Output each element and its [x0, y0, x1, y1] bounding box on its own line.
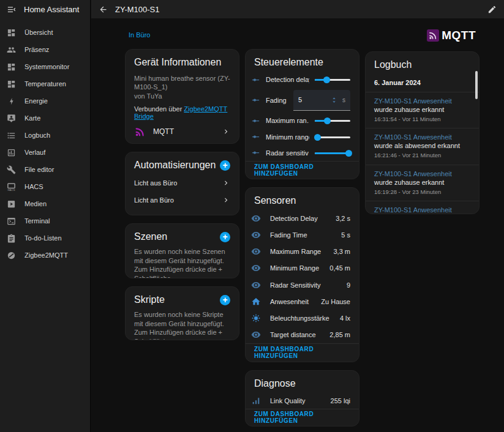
automation-row[interactable]: Licht aus Büro	[126, 174, 239, 192]
control-label: Detection delay	[266, 76, 309, 83]
integration-row-mqtt[interactable]: MQTT	[126, 120, 239, 144]
sensor-row-target-distance[interactable]: Target distance 2,85 m	[246, 327, 359, 343]
slider-thumb[interactable]	[345, 150, 352, 157]
sensor-row-maximum-range[interactable]: Maximum Range 3,3 m	[246, 243, 359, 259]
sidebar-item-label: Karte	[24, 114, 40, 122]
add-automation-button[interactable]: +	[220, 160, 230, 171]
clipboard-icon	[7, 234, 16, 243]
minimum-range-slider[interactable]	[315, 133, 350, 141]
diagnostics-footer: ZUM DASHBOARD HINZUFÜGEN	[246, 409, 359, 426]
sidebar-item-energie[interactable]: Energie	[0, 92, 90, 110]
sidebar-item-label: Terminal	[24, 217, 50, 225]
stepper-icon[interactable]	[329, 95, 339, 105]
detection-delay-slider[interactable]	[315, 76, 350, 83]
slider-thumb[interactable]	[323, 76, 330, 83]
control-row-fading-time: Fading t… 5 s	[246, 88, 359, 113]
sidebar-nav: Übersicht Präsenz Systemmonitor Temperat…	[0, 18, 90, 264]
pencil-icon[interactable]	[487, 5, 497, 14]
add-script-button[interactable]: +	[220, 295, 230, 305]
logbook-timestamp: 16:31:54 - Vor 11 Minuten	[374, 116, 470, 123]
slider-icon	[251, 116, 260, 125]
sidebar-item-uebersicht[interactable]: Übersicht	[0, 24, 90, 41]
logbook-entry: ZY-M100-S1 Anwesenheit wurde als abwesen…	[366, 201, 479, 214]
sensor-value: 3,3 m	[333, 248, 350, 255]
radar-sensitivity-slider[interactable]	[315, 149, 350, 157]
sidebar-item-label: To-do-Listen	[24, 234, 62, 242]
mqtt-logo-icon	[427, 29, 439, 42]
column-middle: Steuerelemente Detection delay Fading t……	[245, 49, 359, 426]
fading-time-input[interactable]: 5 s	[293, 90, 350, 111]
area-link[interactable]: In Büro	[129, 31, 150, 39]
logbook-card: Logbuch 6. Januar 2024 ZY-M100-S1 Anwese…	[365, 51, 480, 214]
sidebar-item-temperaturen[interactable]: Temperaturen	[0, 75, 90, 92]
app-title: Home Assistant	[24, 5, 79, 14]
sidebar-item-systemmonitor[interactable]: Systemmonitor	[0, 58, 90, 75]
eye-icon	[251, 230, 261, 240]
add-to-dashboard-button[interactable]: ZUM DASHBOARD HINZUFÜGEN	[254, 411, 350, 424]
add-to-dashboard-button[interactable]: ZUM DASHBOARD HINZUFÜGEN	[254, 163, 350, 177]
sidebar-item-file-editor[interactable]: File editor	[0, 161, 90, 178]
page-title: ZY-M100-S1	[115, 5, 160, 14]
eye-icon	[251, 247, 261, 256]
sensor-row-anwesenheit[interactable]: Anwesenheit Zu Hause	[246, 293, 359, 310]
logbook-date: 6. Januar 2024	[366, 74, 479, 92]
sidebar-item-verlauf[interactable]: Verlauf	[0, 144, 90, 161]
sidebar-item-karte[interactable]: Karte	[0, 110, 90, 127]
slider-icon	[251, 132, 260, 141]
sensor-row-beleuchtungsstaerke[interactable]: Beleuchtungsstärke 4 lx	[246, 310, 359, 326]
top-app-bar: ZY-M100-S1	[91, 0, 504, 18]
menu-open-icon[interactable]	[7, 5, 16, 14]
add-scene-button[interactable]: +	[220, 232, 230, 242]
sensor-label: Maximum Range	[270, 248, 324, 255]
zigbee-icon	[7, 251, 16, 260]
sensor-label: Beleuchtungsstärke	[270, 315, 331, 322]
sensor-value: 0,45 m	[329, 264, 350, 272]
sidebar-item-praesenz[interactable]: Präsenz	[0, 41, 90, 58]
hacs-icon	[7, 182, 16, 192]
slider-thumb[interactable]	[314, 134, 321, 141]
add-to-dashboard-button[interactable]: ZUM DASHBOARD HINZUFÜGEN	[254, 346, 350, 359]
arrow-left-icon[interactable]	[99, 5, 108, 14]
sensor-value: Zu Hause	[321, 298, 350, 305]
sidebar-item-hacs[interactable]: HACS	[0, 178, 90, 195]
sidebar-item-label: Temperaturen	[24, 80, 66, 88]
logbook-entity-link[interactable]: ZY-M100-S1 Anwesenheit	[374, 206, 452, 214]
maximum-range-slider[interactable]	[315, 117, 350, 124]
sensor-row-detection-delay[interactable]: Detection Delay 3,2 s	[246, 210, 359, 226]
sidebar-item-label: Systemmonitor	[24, 63, 69, 70]
chart-box-icon	[7, 148, 16, 157]
sidebar-item-todo-listen[interactable]: To-do-Listen	[0, 229, 90, 247]
control-label: Fading t…	[266, 97, 288, 104]
sensor-value: 9	[347, 281, 350, 289]
sensor-row-radar-sensitivity[interactable]: Radar Sensitivity 9	[246, 277, 359, 293]
logbook-entity-link[interactable]: ZY-M100-S1 Anwesenheit	[374, 133, 452, 141]
chevron-right-icon	[222, 179, 230, 187]
mqtt-waves-icon	[134, 126, 146, 138]
sensor-row-minimum-range[interactable]: Minimum Range 0,45 m	[246, 260, 359, 277]
logbook-entry: ZY-M100-S1 Anwesenheit wurde zuhause erk…	[366, 165, 479, 201]
sidebar-item-terminal[interactable]: Terminal	[0, 212, 90, 229]
unit-label: s	[342, 97, 345, 103]
sidebar-item-label: Logbuch	[24, 132, 50, 139]
sidebar-item-zigbee2mqtt[interactable]: Zigbee2MQTT	[0, 247, 90, 264]
sensor-row-link-quality[interactable]: Link Quality 255 lqi	[246, 393, 359, 409]
sensor-label: Detection Delay	[270, 215, 326, 222]
scenes-card: Szenen + Es wurden noch keine Szenen mit…	[125, 223, 239, 278]
logbook-message: wurde als abwesend erkannt	[374, 142, 460, 149]
sensor-value: 4 lx	[340, 315, 350, 322]
logbook-entity-link[interactable]: ZY-M100-S1 Anwesenheit	[374, 97, 452, 105]
sidebar-item-medien[interactable]: Medien	[0, 195, 90, 212]
sidebar-item-logbuch[interactable]: Logbuch	[0, 127, 90, 144]
sidebar-item-label: Verlauf	[24, 149, 45, 156]
sensors-card: Sensoren Detection Delay 3,2 s Fading Ti…	[245, 187, 359, 362]
automations-card: Automatisierungen + Licht aus Büro Licht…	[125, 152, 239, 215]
logbook-entry: ZY-M100-S1 Anwesenheit wurde zuhause erk…	[366, 92, 479, 128]
automation-row[interactable]: Licht an Büro	[126, 192, 239, 209]
logbook-entity-link[interactable]: ZY-M100-S1 Anwesenheit	[374, 170, 452, 177]
slider-icon	[251, 148, 260, 157]
sensors-footer: ZUM DASHBOARD HINZUFÜGEN	[246, 343, 359, 362]
logbook-scrollbar[interactable]	[475, 71, 478, 99]
slider-thumb[interactable]	[324, 117, 331, 124]
people-icon	[7, 45, 16, 54]
sensor-row-fading-time[interactable]: Fading Time 5 s	[246, 226, 359, 243]
